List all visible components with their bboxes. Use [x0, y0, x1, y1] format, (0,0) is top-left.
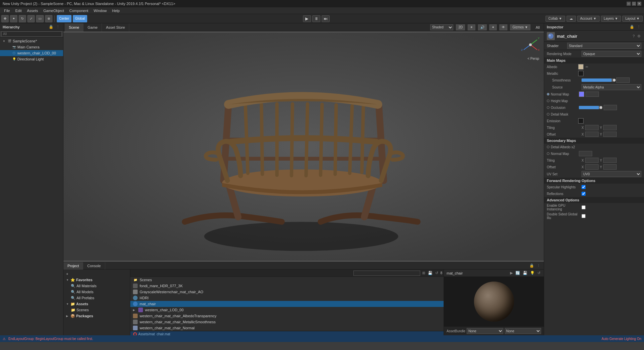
specular-checkbox[interactable]: [582, 185, 586, 189]
all-models-item[interactable]: 🔍 All Models: [63, 289, 130, 295]
menu-assets[interactable]: Assets: [24, 7, 41, 14]
emission-color-box[interactable]: [578, 118, 584, 124]
tiling-y-input[interactable]: 1: [603, 125, 617, 130]
tab-game[interactable]: Game: [84, 23, 102, 31]
secondary-normal-input[interactable]: 1: [579, 151, 592, 156]
asset-refresh-btn[interactable]: ↺: [435, 271, 439, 275]
albedo-picker-btn[interactable]: ✏: [585, 65, 589, 69]
audio-toggle[interactable]: 🔊: [478, 24, 487, 30]
tiling-x-input[interactable]: 1: [585, 125, 599, 130]
maximize-btn[interactable]: □: [632, 2, 636, 6]
bottom-panel-lock[interactable]: 🔒: [529, 264, 535, 268]
inspector-menu-btn[interactable]: ⋮: [636, 25, 641, 29]
source-select[interactable]: Metallic Alpha: [582, 84, 641, 90]
minimize-btn[interactable]: ─: [627, 2, 631, 6]
menu-help[interactable]: Help: [109, 7, 122, 14]
inspector-lock-btn[interactable]: 🔒: [629, 25, 635, 29]
asset-mat-chair[interactable]: mat_chair: [130, 301, 444, 307]
metallic-color-box[interactable]: [578, 71, 584, 76]
asset-metallic[interactable]: western_chair_mat_chair_MetallicSmoothne…: [130, 319, 444, 325]
mat-refresh-btn[interactable]: 🔄: [515, 271, 521, 275]
hierarchy-item-maincamera[interactable]: 📷 Main Camera: [0, 44, 63, 50]
normal-map-input[interactable]: 1: [586, 92, 599, 97]
play-btn[interactable]: ▶: [303, 15, 311, 22]
inspector-help-btn[interactable]: ?: [632, 34, 635, 38]
asset-grayscale[interactable]: GrayscaleWesternchair_mat_chair_AO: [130, 289, 444, 295]
menu-edit[interactable]: Edit: [13, 7, 24, 14]
close-btn[interactable]: ✕: [637, 2, 641, 6]
account-btn[interactable]: Account ▼: [577, 16, 600, 22]
offset-y-input[interactable]: 0: [603, 132, 617, 137]
gpu-checkbox[interactable]: [582, 205, 586, 209]
double-sided-checkbox[interactable]: [582, 214, 586, 218]
pause-btn[interactable]: ⏸: [312, 15, 320, 22]
pivot-btn[interactable]: Center: [57, 15, 71, 22]
scene-view-toggle[interactable]: 👁: [499, 24, 507, 30]
favorites-header[interactable]: ▼ ⭐ Favorites: [63, 277, 130, 283]
asset-scenes[interactable]: 📁 Scenes: [130, 277, 444, 283]
tab-asset-store[interactable]: Asset Store: [102, 23, 129, 31]
step-btn[interactable]: ⏭: [322, 15, 330, 22]
rendering-mode-select[interactable]: Opaque: [582, 51, 641, 57]
add-btn-row[interactable]: +: [63, 271, 130, 277]
hierarchy-menu-btn[interactable]: ⋮: [55, 25, 60, 29]
transform-tool[interactable]: ⊕: [45, 15, 52, 22]
mat-play-btn[interactable]: ▶: [509, 271, 513, 275]
mat-reset-btn[interactable]: ↺: [537, 271, 541, 275]
assets-header[interactable]: ▼ 📁 Assets: [63, 301, 130, 307]
inspector-settings-btn[interactable]: ⚙: [637, 34, 641, 38]
sec-offset-y-input[interactable]: 0: [603, 164, 617, 170]
occlusion-slider[interactable]: [579, 106, 602, 109]
move-tool[interactable]: ✦: [10, 15, 17, 22]
rect-tool[interactable]: ▭: [36, 15, 44, 22]
tab-console[interactable]: Console: [83, 262, 105, 270]
mat-save-btn[interactable]: 💾: [522, 271, 528, 275]
layers-btn[interactable]: Layers ▼: [601, 16, 621, 22]
hierarchy-item-chair[interactable]: ⬡ western_chair_LOD_00: [0, 50, 63, 56]
asset-filter-btn[interactable]: ⊞: [422, 271, 426, 275]
gizmos-btn[interactable]: Gizmos ▼: [510, 24, 530, 30]
uv-set-select[interactable]: UV0 UV1: [582, 171, 641, 177]
menu-gameobject[interactable]: GameObject: [41, 7, 67, 14]
sec-offset-x-input[interactable]: 0: [585, 164, 599, 170]
fx-toggle[interactable]: ✦: [489, 24, 497, 30]
collab-btn[interactable]: Collab ▼: [545, 16, 565, 22]
light-toggle[interactable]: ☀: [468, 24, 475, 30]
shading-mode-select[interactable]: Shaded Wireframe: [430, 24, 453, 30]
tab-scene[interactable]: Scene: [65, 23, 84, 31]
cloud-btn[interactable]: ☁: [567, 16, 576, 22]
mat-light-btn[interactable]: 💡: [529, 271, 535, 275]
2d-toggle[interactable]: 2D: [456, 24, 465, 30]
asset-bundle-variant-select[interactable]: None: [505, 328, 541, 334]
normal-map-thumb[interactable]: [579, 92, 584, 97]
window-controls[interactable]: ─ □ ✕: [627, 2, 641, 6]
hierarchy-item-samplescene[interactable]: ▼ 🎬 SampleScene*: [0, 38, 63, 44]
scenes-item[interactable]: 📁 Scenes: [63, 307, 130, 313]
all-materials-item[interactable]: 🔍 All Materials: [63, 283, 130, 289]
offset-x-input[interactable]: 0: [585, 132, 599, 137]
asset-search-input[interactable]: [353, 271, 420, 276]
rotate-tool[interactable]: ↻: [19, 15, 26, 22]
albedo-color-box[interactable]: [578, 64, 584, 69]
menu-component[interactable]: Component: [66, 7, 91, 14]
asset-fondi[interactable]: fondi_mare_HDR_077_3K: [130, 283, 444, 289]
asset-save-btn[interactable]: 💾: [427, 271, 433, 275]
hierarchy-lock-btn[interactable]: 🔒: [48, 25, 54, 29]
asset-chair-lod[interactable]: ▶ western_chair_LOD_00: [130, 307, 444, 313]
packages-header[interactable]: ▶ 📦 Packages: [63, 313, 130, 319]
scene-3d-view[interactable]: Y X Z < Persp: [63, 31, 544, 262]
hand-tool[interactable]: ✥: [1, 15, 9, 22]
all-prefabs-item[interactable]: 🔍 All Prefabs: [63, 295, 130, 301]
asset-bundle-select[interactable]: None: [467, 328, 503, 334]
tab-project[interactable]: Project: [63, 262, 83, 270]
shader-select[interactable]: Standard: [567, 43, 641, 49]
space-btn[interactable]: Global: [73, 15, 87, 22]
hierarchy-search-input[interactable]: [1, 31, 62, 37]
asset-albedo[interactable]: western_chair_mat_chair_AlbedoTransparen…: [130, 313, 444, 319]
smoothness-slider[interactable]: [582, 78, 615, 82]
asset-normal[interactable]: western_chair_mat_chair_Normal: [130, 325, 444, 331]
menu-file[interactable]: File: [1, 7, 13, 14]
asset-hdri[interactable]: HDRI: [130, 295, 444, 301]
occlusion-input[interactable]: 1: [604, 105, 617, 110]
sec-tiling-x-input[interactable]: 1: [585, 158, 599, 163]
